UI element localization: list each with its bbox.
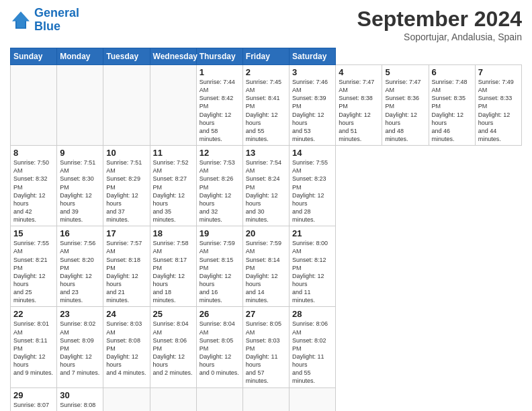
month-title: September 2024 (357, 7, 522, 32)
calendar-cell: 25Sunrise: 8:04 AM Sunset: 8:06 PM Dayli… (150, 307, 196, 387)
day-number: 1 (200, 67, 240, 77)
day-info: Sunrise: 7:44 AM Sunset: 8:42 PM Dayligh… (200, 78, 240, 143)
day-info: Sunrise: 7:51 AM Sunset: 8:30 PM Dayligh… (60, 158, 100, 224)
calendar-cell: 29Sunrise: 8:07 AM Sunset: 8:00 PM Dayli… (11, 387, 57, 411)
calendar-cell: 5Sunrise: 7:47 AM Sunset: 8:36 PM Daylig… (382, 65, 429, 146)
svg-marker-1 (12, 11, 30, 28)
day-info: Sunrise: 7:59 AM Sunset: 8:15 PM Dayligh… (200, 239, 240, 304)
day-info: Sunrise: 7:56 AM Sunset: 8:20 PM Dayligh… (60, 239, 100, 304)
calendar-week-3: 15Sunrise: 7:55 AM Sunset: 8:21 PM Dayli… (11, 226, 522, 307)
logo-icon (10, 9, 32, 31)
day-number: 16 (60, 228, 100, 238)
day-number: 20 (246, 228, 286, 238)
day-info: Sunrise: 7:46 AM Sunset: 8:39 PM Dayligh… (292, 78, 332, 143)
calendar-cell: 26Sunrise: 8:04 AM Sunset: 8:05 PM Dayli… (196, 307, 242, 387)
day-info: Sunrise: 8:00 AM Sunset: 8:12 PM Dayligh… (292, 239, 332, 304)
calendar-cell: 9Sunrise: 7:51 AM Sunset: 8:30 PM Daylig… (57, 146, 103, 226)
day-number: 10 (106, 148, 146, 158)
day-number: 9 (60, 148, 100, 158)
day-number: 11 (153, 148, 193, 158)
day-header-sunday: Sunday (11, 48, 57, 65)
calendar-cell: 11Sunrise: 7:52 AM Sunset: 8:27 PM Dayli… (150, 146, 196, 226)
calendar-cell: 17Sunrise: 7:57 AM Sunset: 8:18 PM Dayli… (103, 226, 150, 307)
calendar-cell (103, 387, 150, 411)
day-info: Sunrise: 7:53 AM Sunset: 8:26 PM Dayligh… (200, 158, 240, 224)
logo: General Blue (10, 7, 79, 34)
day-number: 12 (200, 148, 240, 158)
calendar-cell: 20Sunrise: 7:59 AM Sunset: 8:14 PM Dayli… (242, 226, 289, 307)
day-header-saturday: Saturday (290, 48, 336, 65)
day-number: 7 (478, 67, 519, 77)
day-info: Sunrise: 7:55 AM Sunset: 8:21 PM Dayligh… (13, 239, 54, 304)
day-header-thursday: Thursday (196, 48, 242, 65)
calendar-cell: 6Sunrise: 7:48 AM Sunset: 8:35 PM Daylig… (429, 65, 475, 146)
calendar-cell: 28Sunrise: 8:06 AM Sunset: 8:02 PM Dayli… (290, 307, 336, 387)
day-number: 28 (292, 309, 332, 319)
day-number: 6 (432, 67, 472, 77)
day-info: Sunrise: 7:51 AM Sunset: 8:29 PM Dayligh… (106, 158, 146, 224)
day-info: Sunrise: 7:55 AM Sunset: 8:23 PM Dayligh… (292, 158, 332, 224)
calendar-cell: 15Sunrise: 7:55 AM Sunset: 8:21 PM Dayli… (11, 226, 57, 307)
header: General Blue September 2024 Soportujar, … (10, 7, 522, 42)
day-info: Sunrise: 8:02 AM Sunset: 8:09 PM Dayligh… (60, 320, 100, 377)
day-info: Sunrise: 7:54 AM Sunset: 8:24 PM Dayligh… (246, 158, 286, 224)
calendar-cell (57, 65, 103, 146)
day-info: Sunrise: 8:08 AM Sunset: 7:59 PM Dayligh… (60, 401, 100, 412)
day-info: Sunrise: 7:59 AM Sunset: 8:14 PM Dayligh… (246, 239, 286, 304)
day-header-monday: Monday (57, 48, 103, 65)
day-info: Sunrise: 7:57 AM Sunset: 8:18 PM Dayligh… (106, 239, 146, 304)
calendar-cell (242, 387, 289, 411)
day-info: Sunrise: 7:45 AM Sunset: 8:41 PM Dayligh… (246, 78, 286, 143)
day-number: 18 (153, 228, 193, 238)
day-number: 2 (246, 67, 286, 77)
day-number: 24 (106, 309, 146, 319)
calendar-cell: 4Sunrise: 7:47 AM Sunset: 8:38 PM Daylig… (336, 65, 382, 146)
day-number: 25 (153, 309, 193, 319)
calendar-cell: 13Sunrise: 7:54 AM Sunset: 8:24 PM Dayli… (242, 146, 289, 226)
day-number: 19 (200, 228, 240, 238)
calendar-cell: 23Sunrise: 8:02 AM Sunset: 8:09 PM Dayli… (57, 307, 103, 387)
day-number: 5 (385, 67, 425, 77)
day-info: Sunrise: 7:47 AM Sunset: 8:36 PM Dayligh… (385, 78, 425, 143)
day-number: 26 (200, 309, 240, 319)
day-number: 8 (13, 148, 54, 158)
day-info: Sunrise: 8:01 AM Sunset: 8:11 PM Dayligh… (13, 320, 54, 377)
day-number: 21 (292, 228, 332, 238)
day-info: Sunrise: 7:52 AM Sunset: 8:27 PM Dayligh… (153, 158, 193, 224)
calendar-cell (103, 65, 150, 146)
calendar-cell (290, 387, 336, 411)
calendar-cell (150, 387, 196, 411)
calendar-table: SundayMondayTuesdayWednesdayThursdayFrid… (10, 48, 522, 411)
calendar-cell (196, 387, 242, 411)
days-header-row: SundayMondayTuesdayWednesdayThursdayFrid… (11, 48, 522, 65)
day-header-friday: Friday (242, 48, 289, 65)
calendar-week-1: 1Sunrise: 7:44 AM Sunset: 8:42 PM Daylig… (11, 65, 522, 146)
day-info: Sunrise: 8:07 AM Sunset: 8:00 PM Dayligh… (13, 401, 54, 412)
calendar-cell: 27Sunrise: 8:05 AM Sunset: 8:03 PM Dayli… (242, 307, 289, 387)
day-info: Sunrise: 8:06 AM Sunset: 8:02 PM Dayligh… (292, 320, 332, 385)
calendar-cell: 3Sunrise: 7:46 AM Sunset: 8:39 PM Daylig… (290, 65, 336, 146)
day-number: 4 (339, 67, 379, 77)
day-info: Sunrise: 7:48 AM Sunset: 8:35 PM Dayligh… (432, 78, 472, 143)
day-number: 23 (60, 309, 100, 319)
day-info: Sunrise: 8:04 AM Sunset: 8:06 PM Dayligh… (153, 320, 193, 377)
day-number: 30 (60, 390, 100, 400)
day-info: Sunrise: 7:47 AM Sunset: 8:38 PM Dayligh… (339, 78, 379, 143)
calendar-cell: 22Sunrise: 8:01 AM Sunset: 8:11 PM Dayli… (11, 307, 57, 387)
calendar-cell: 2Sunrise: 7:45 AM Sunset: 8:41 PM Daylig… (242, 65, 289, 146)
calendar-week-5: 29Sunrise: 8:07 AM Sunset: 8:00 PM Dayli… (11, 387, 522, 411)
calendar-week-4: 22Sunrise: 8:01 AM Sunset: 8:11 PM Dayli… (11, 307, 522, 387)
day-number: 22 (13, 309, 54, 319)
calendar-cell: 21Sunrise: 8:00 AM Sunset: 8:12 PM Dayli… (290, 226, 336, 307)
logo-line1: General (34, 6, 79, 19)
day-number: 13 (246, 148, 286, 158)
day-number: 17 (106, 228, 146, 238)
calendar-cell: 30Sunrise: 8:08 AM Sunset: 7:59 PM Dayli… (57, 387, 103, 411)
day-info: Sunrise: 7:58 AM Sunset: 8:17 PM Dayligh… (153, 239, 193, 304)
calendar-week-2: 8Sunrise: 7:50 AM Sunset: 8:32 PM Daylig… (11, 146, 522, 226)
day-info: Sunrise: 8:04 AM Sunset: 8:05 PM Dayligh… (200, 320, 240, 377)
calendar-cell (150, 65, 196, 146)
logo-line2: Blue (34, 19, 60, 33)
calendar-cell: 7Sunrise: 7:49 AM Sunset: 8:33 PM Daylig… (475, 65, 521, 146)
calendar-cell: 14Sunrise: 7:55 AM Sunset: 8:23 PM Dayli… (290, 146, 336, 226)
